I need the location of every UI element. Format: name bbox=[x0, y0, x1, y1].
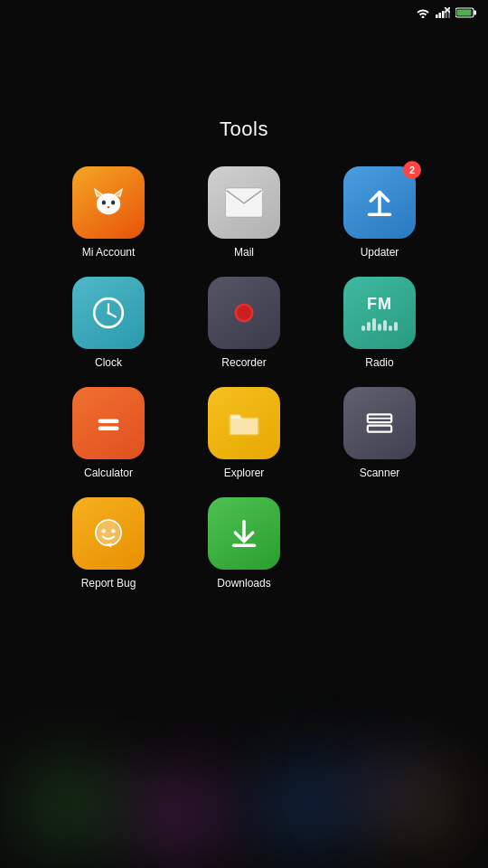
svg-point-34 bbox=[102, 529, 106, 533]
svg-point-15 bbox=[108, 206, 110, 208]
scanner-label: Scanner bbox=[360, 467, 400, 479]
app-item-explorer[interactable]: Explorer bbox=[190, 387, 298, 479]
app-item-downloads[interactable]: Downloads bbox=[190, 497, 298, 590]
svg-point-14 bbox=[111, 200, 115, 204]
svg-rect-30 bbox=[368, 426, 391, 432]
clock-label: Clock bbox=[95, 356, 122, 369]
clock-icon bbox=[72, 277, 145, 349]
app-item-updater[interactable]: 2 Updater bbox=[325, 166, 434, 259]
svg-rect-27 bbox=[99, 420, 119, 423]
updater-badge: 2 bbox=[403, 161, 421, 179]
mail-icon bbox=[208, 166, 280, 239]
updater-label: Updater bbox=[361, 246, 399, 259]
svg-point-33 bbox=[98, 522, 120, 544]
downloads-label: Downloads bbox=[217, 577, 270, 590]
mi-account-icon bbox=[72, 166, 145, 239]
app-item-clock[interactable]: Clock bbox=[54, 277, 163, 369]
fm-text: FM bbox=[367, 296, 392, 312]
main-content: Tools bbox=[0, 0, 488, 868]
app-item-scanner[interactable]: Scanner bbox=[325, 387, 434, 479]
app-grid: Mi Account Mail bbox=[54, 166, 434, 590]
calculator-icon bbox=[72, 387, 145, 459]
downloads-icon bbox=[208, 497, 280, 570]
svg-point-35 bbox=[111, 529, 115, 533]
svg-point-26 bbox=[237, 306, 251, 320]
svg-point-13 bbox=[102, 200, 106, 204]
app-item-radio[interactable]: FM Radio bbox=[325, 277, 434, 369]
app-item-report-bug[interactable]: Report Bug bbox=[54, 497, 163, 590]
recorder-label: Recorder bbox=[221, 356, 266, 369]
app-item-mi-account[interactable]: Mi Account bbox=[54, 166, 163, 259]
report-bug-icon bbox=[72, 497, 145, 570]
updater-icon: 2 bbox=[343, 166, 416, 239]
page-title: Tools bbox=[220, 118, 268, 141]
svg-point-12 bbox=[97, 193, 120, 214]
app-item-calculator[interactable]: Calculator bbox=[54, 387, 163, 479]
calculator-label: Calculator bbox=[84, 467, 133, 479]
app-item-mail[interactable]: Mail bbox=[190, 166, 298, 259]
report-bug-label: Report Bug bbox=[81, 577, 136, 590]
app-item-recorder[interactable]: Recorder bbox=[190, 277, 298, 369]
mi-account-label: Mi Account bbox=[82, 246, 136, 259]
svg-point-24 bbox=[107, 311, 110, 315]
recorder-icon bbox=[208, 277, 280, 349]
fm-bars bbox=[361, 318, 398, 331]
scanner-icon bbox=[343, 387, 416, 459]
svg-rect-28 bbox=[99, 427, 119, 430]
explorer-label: Explorer bbox=[224, 467, 265, 479]
radio-label: Radio bbox=[365, 356, 393, 369]
explorer-icon bbox=[208, 387, 280, 459]
mail-label: Mail bbox=[234, 246, 254, 259]
radio-icon: FM bbox=[343, 277, 416, 349]
